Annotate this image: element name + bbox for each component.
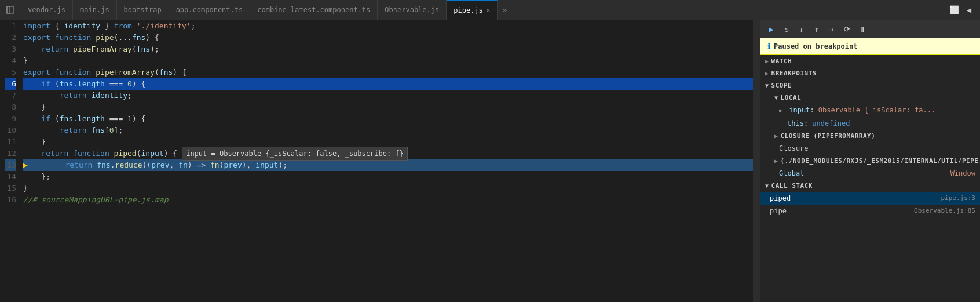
editor-toolbar: ⬜ ◀ [948, 3, 980, 16]
code-line-1: import { identity } from './identity'; [23, 20, 753, 32]
closure-pipe-arrow-icon: ▶ [774, 133, 778, 139]
closure-node-label: (./node_modules/rxjs/_esm2015/internal/u… [781, 157, 980, 165]
call-stack-label: Call Stack [771, 182, 813, 190]
watch-section-header[interactable]: ▶ Watch [760, 55, 980, 67]
code-line-5: export function pipeFromArray(fns) { [23, 67, 753, 78]
code-line-7: return identity; [23, 90, 753, 101]
scope-section-header[interactable]: ▼ Scope [760, 79, 980, 92]
code-line-13: ▶ return fns.reduce((prev, fn) => fn(pre… [23, 159, 753, 171]
call-stack-piped-label: piped [770, 193, 791, 203]
split-editor-button[interactable]: ⬜ [948, 3, 960, 16]
global-label: Global [779, 168, 804, 179]
code-line-4: } [23, 55, 753, 67]
closure-node-header[interactable]: ▶ (./node_modules/rxjs/_esm2015/internal… [770, 155, 980, 167]
code-line-11: } [23, 136, 753, 148]
main-content: 1 2 3 4 5 6 7 8 9 10 11 12 13 14 15 16 i… [0, 20, 980, 302]
hover-tooltip: input = Observable {_isScalar: false, _s… [182, 147, 408, 161]
debug-disconnect-button[interactable]: ⏸ [855, 23, 868, 35]
scope-arrow-icon: ▼ [765, 82, 769, 89]
collapse-button[interactable]: ◀ [963, 3, 975, 16]
scope-section-label: Scope [771, 82, 792, 89]
call-stack-section-header[interactable]: ▼ Call Stack [760, 180, 980, 192]
code-line-9: if (fns.length === 1) { [23, 113, 753, 125]
sidebar-toggle-button[interactable] [2, 2, 19, 18]
tab-list: vendor.js main.js bootstrap app.componen… [2, 0, 948, 20]
breakpoint-status-bar: ℹ Paused on breakpoint [760, 38, 980, 55]
call-stack-pipe-label: pipe [770, 206, 787, 216]
close-tab-icon[interactable]: ✕ [487, 6, 491, 14]
tab-observable-js[interactable]: Observable.js [378, 0, 447, 20]
code-line-8: } [23, 101, 753, 113]
local-this-item: this: undefined [770, 117, 980, 130]
debug-step-into-button[interactable]: ↓ [795, 23, 808, 35]
closure-plain-section: Closure [760, 142, 980, 155]
local-section-label: Local [781, 94, 802, 101]
tab-combine-latest-component-ts[interactable]: combine-latest.component.ts [250, 0, 378, 20]
code-line-6: if (fns.length === 0) { [23, 78, 753, 90]
breakpoints-section-label: Breakpoints [771, 70, 817, 77]
debug-step-out-button[interactable]: ↑ [810, 23, 823, 35]
debug-toolbar: ▶ ↻ ↓ ↑ → ⟳ ⏸ [760, 20, 980, 38]
closure-node-arrow-icon: ▶ [774, 158, 778, 164]
code-line-12: return function piped(input) { input = O… [23, 148, 753, 159]
code-line-14: }; [23, 171, 753, 183]
code-line-2: export function pipe(...fns) { [23, 32, 753, 43]
code-line-16: //# sourceMappingURL=pipe.js.map [23, 194, 753, 206]
call-stack-piped[interactable]: piped pipe.js:3 [760, 192, 980, 205]
watch-section-label: Watch [771, 57, 792, 65]
debug-restart-button[interactable]: → [825, 23, 838, 35]
closure-pipe-label: Closure (pipeFromArray) [781, 132, 876, 140]
tab-pipe-js[interactable]: pipe.js ✕ [447, 0, 498, 20]
global-item[interactable]: Global Window [770, 167, 980, 180]
closure-node-section: ▶ (./node_modules/rxjs/_esm2015/internal… [760, 155, 980, 167]
svg-rect-1 [7, 6, 14, 13]
tab-bootstrap[interactable]: bootstrap [117, 0, 169, 20]
code-line-15: } [23, 183, 753, 194]
local-input-item: ▶ input: Observable {_isScalar: fa... [770, 104, 980, 117]
breakpoints-arrow-icon: ▶ [765, 70, 769, 77]
tab-vendor-js[interactable]: vendor.js [21, 0, 73, 20]
closure-plain-item: Closure [770, 142, 980, 155]
debug-body[interactable]: ℹ Paused on breakpoint ▶ Watch ▶ Breakpo… [760, 38, 980, 302]
tab-bar: vendor.js main.js bootstrap app.componen… [0, 0, 980, 20]
debug-continue-button[interactable]: ▶ [765, 23, 778, 35]
debug-hot-reload-button[interactable]: ⟳ [840, 23, 853, 35]
debug-panel: ▶ ↻ ↓ ↑ → ⟳ ⏸ ℹ Paused on breakpoint ▶ W… [760, 20, 980, 302]
closure-plain-label: Closure [779, 144, 809, 152]
call-stack-pipe-file: Observable.js:85 [914, 206, 975, 216]
line-numbers: 1 2 3 4 5 6 7 8 9 10 11 12 13 14 15 16 [0, 20, 21, 302]
call-stack-list: piped pipe.js:3 pipe Observable.js:85 [760, 192, 980, 217]
closure-pipefromarray-section: ▶ Closure (pipeFromArray) [760, 130, 980, 142]
tab-app-component-ts[interactable]: app.component.ts [169, 0, 251, 20]
local-section-header[interactable]: ▼ Local [770, 92, 980, 104]
code-line-3: return pipeFromArray(fns); [23, 43, 753, 55]
global-value: Window [950, 168, 975, 179]
watch-arrow-icon: ▶ [765, 58, 769, 64]
breakpoints-section-header[interactable]: ▶ Breakpoints [760, 67, 980, 79]
editor-scrollbar[interactable] [753, 20, 760, 302]
info-icon: ℹ [767, 42, 770, 51]
call-stack-pipe[interactable]: pipe Observable.js:85 [760, 205, 980, 217]
local-arrow-icon: ▼ [774, 94, 778, 101]
scope-local-section: ▼ Local ▶ input: Observable {_isScalar: … [760, 92, 980, 130]
code-editor[interactable]: import { identity } from './identity'; e… [21, 20, 753, 302]
call-stack-arrow-icon: ▼ [765, 183, 769, 189]
call-stack-piped-file: pipe.js:3 [941, 193, 975, 203]
svg-rect-0 [7, 6, 9, 13]
breakpoint-status-text: Paused on breakpoint [774, 42, 858, 50]
editor-area[interactable]: 1 2 3 4 5 6 7 8 9 10 11 12 13 14 15 16 i… [0, 20, 760, 302]
debug-step-over-button[interactable]: ↻ [780, 23, 793, 35]
more-tabs-button[interactable]: » [498, 0, 511, 20]
closure-pipefromarray-header[interactable]: ▶ Closure (pipeFromArray) [770, 130, 980, 142]
global-section: Global Window [760, 167, 980, 180]
tab-main-js[interactable]: main.js [73, 0, 117, 20]
input-expand-icon[interactable]: ▶ [779, 107, 782, 114]
code-line-10: return fns[0]; [23, 125, 753, 136]
